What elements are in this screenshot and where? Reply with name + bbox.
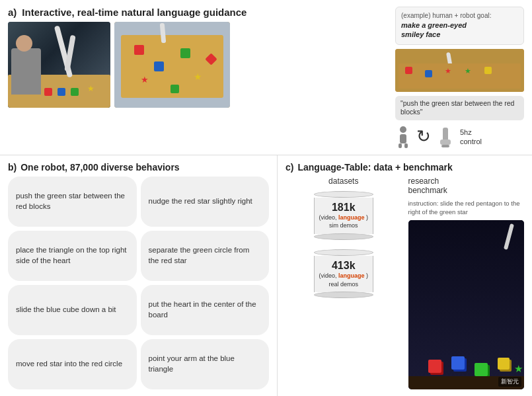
person-head (16, 35, 32, 52)
behavior-pill-b4: separate the green circle from the red s… (141, 231, 270, 281)
example-photo: ★ ★ (395, 49, 524, 92)
svg-rect-6 (441, 145, 449, 147)
svg-rect-2 (399, 143, 402, 148)
right-panel: (example) human + robot goal: make a gre… (395, 7, 524, 149)
svg-rect-1 (400, 134, 406, 143)
board-block-green2 (171, 85, 179, 93)
svg-rect-5 (440, 139, 451, 145)
photos-row: ★ ★ ★ (8, 22, 389, 149)
board-block-red1 (134, 45, 144, 55)
behavior-pill-b2: nudge the red star slightly right (141, 177, 270, 227)
cyl2-sub: (video, language ) real demos (319, 272, 368, 288)
section-a: a) Interactive, real-time natural langua… (0, 0, 532, 155)
cyl2-bottom (314, 292, 373, 298)
cyl1-body: 181k (video, language ) sim demos (314, 198, 373, 234)
behavior-pill-b8: point your arm at the blue triangle (141, 339, 270, 389)
section-c-header: c) Language-Table: data + benchmark (285, 162, 524, 173)
bmark-star-green: ★ (514, 363, 523, 375)
benchmark-col: research benchmark instruction: slide th… (408, 177, 525, 389)
block-green (71, 88, 79, 96)
behavior-pill-b3: place the triangle on the top right side… (8, 231, 137, 281)
section-c: c) Language-Table: data + benchmark data… (278, 155, 532, 396)
photo-board-sim: ★ ★ (114, 22, 230, 108)
section-c-content: datasets 181k (video, language ) sim dem… (285, 177, 524, 389)
svg-rect-4 (443, 128, 448, 141)
benchmark-label: research benchmark (408, 177, 525, 195)
example-label: (example) human + robot goal: (401, 12, 518, 19)
ex-blue1 (425, 70, 432, 77)
ex-red1 (405, 67, 412, 74)
block-blue (57, 88, 65, 96)
bmark-green (475, 363, 488, 376)
section-a-content: a) Interactive, real-time natural langua… (8, 7, 389, 149)
main-container: a) Interactive, real-time natural langua… (0, 0, 532, 396)
dataset2-cylinder: 413k (video, language ) real demos (312, 249, 375, 298)
board-block-blue (154, 61, 164, 71)
quote-text: "push the green star between the red blo… (400, 99, 514, 116)
cyl2-count: 413k (332, 260, 356, 272)
cyl1-bottom (314, 233, 373, 240)
hz-label: 5hz control (460, 128, 482, 147)
cyl1-count: 181k (332, 202, 356, 214)
svg-point-0 (400, 126, 406, 133)
bmark-red (428, 360, 441, 373)
board-arm (160, 23, 167, 43)
board-block-red2 (205, 53, 217, 65)
benchmark-instruction: instruction: slide the red pentagon to t… (408, 199, 525, 217)
behavior-pill-b1: push the green star between the red bloc… (8, 177, 137, 227)
watermark: 新智元 (498, 377, 521, 387)
example-goal: make a green-eyed smiley face (401, 20, 518, 40)
behavior-pill-b7: move red star into the red circle (8, 339, 137, 389)
section-c-title: Language-Table: data + benchmark (297, 162, 452, 173)
board-star-yellow: ★ (194, 71, 202, 82)
section-b-title: One robot, 87,000 diverse behaviors (20, 162, 179, 173)
ex-yellow (484, 67, 492, 74)
datasets-col: datasets 181k (video, language ) sim dem… (285, 177, 402, 389)
cyl1-lang: language (338, 214, 365, 221)
person-icon (395, 126, 411, 148)
board-block-green (180, 48, 190, 58)
cyl2-body: 413k (video, language ) real demos (314, 256, 373, 292)
example-box: (example) human + robot goal: make a gre… (395, 7, 524, 45)
photo-lab: ★ (8, 22, 110, 108)
photo-board: ★ ★ (114, 22, 230, 108)
cyl2-lang: language (338, 272, 365, 279)
section-b-header: b) One robot, 87,000 diverse behaviors (8, 162, 269, 173)
ex-star-r: ★ (445, 67, 451, 75)
datasets-label: datasets (328, 177, 358, 186)
block-red (44, 88, 52, 96)
ex-star-g: ★ (465, 67, 471, 75)
cyl1-top (314, 191, 373, 198)
svg-rect-3 (404, 143, 408, 148)
board-star-red: ★ (141, 75, 149, 85)
cyl2-top (314, 249, 373, 256)
bmark-blue (451, 356, 465, 370)
section-a-title-row: a) Interactive, real-time natural langua… (8, 7, 389, 18)
section-a-label: a) (8, 7, 17, 18)
section-a-title: Interactive, real-time natural language … (22, 7, 247, 18)
dataset1-cylinder: 181k (video, language ) sim demos (312, 191, 375, 240)
behavior-pill-b5: slide the blue cube down a bit (8, 285, 137, 335)
board: ★ ★ (121, 35, 223, 98)
bmark-yellow (498, 358, 510, 370)
control-row: ↻ 5hz control (395, 124, 524, 149)
example-photo-bg: ★ ★ (395, 49, 524, 92)
benchmark-photo: ★ 新智元 (408, 220, 525, 389)
sections-bc: b) One robot, 87,000 diverse behaviors p… (0, 155, 532, 396)
section-b-label: b) (8, 162, 17, 173)
person-figure (11, 48, 41, 95)
section-b: b) One robot, 87,000 diverse behaviors p… (0, 155, 278, 396)
refresh-icon: ↻ (416, 126, 431, 147)
robot-arm-icon (436, 126, 455, 147)
ex-board: ★ ★ (399, 63, 521, 89)
behaviors-grid: push the green star between the red bloc… (8, 177, 269, 389)
behavior-pill-b6: put the heart in the center of the board (141, 285, 270, 335)
section-c-label: c) (285, 162, 293, 173)
star-yellow: ★ (87, 84, 95, 93)
cyl1-sub: (video, language ) sim demos (319, 214, 368, 230)
photo-lab-sim: ★ (8, 22, 110, 108)
quote-box: "push the green star between the red blo… (395, 96, 524, 120)
